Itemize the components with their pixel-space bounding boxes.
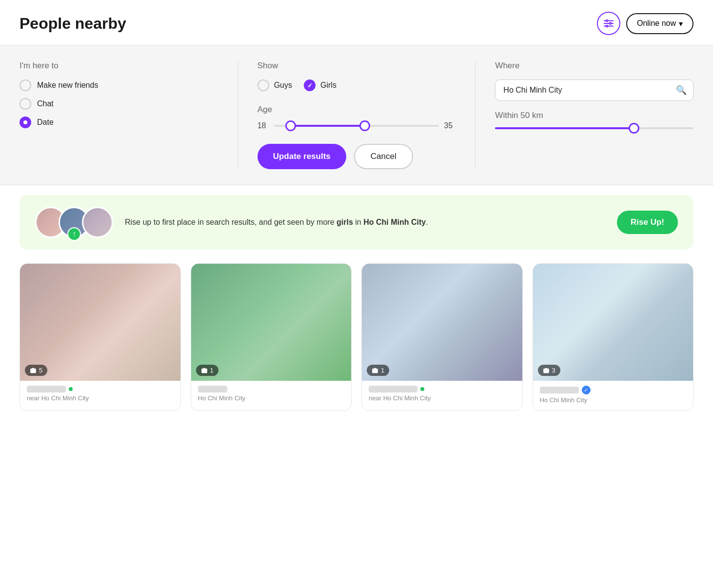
card-info-3: near Ho Chi Minh City <box>362 381 522 409</box>
avatar-3 <box>82 207 113 238</box>
cards-grid: 5 near Ho Chi Minh City 1 <box>20 263 693 411</box>
card-image-1: 5 <box>20 264 180 381</box>
age-slider-row: 18 35 <box>257 121 456 130</box>
banner-text-mid: in <box>353 218 363 226</box>
search-icon: 🔍 <box>676 85 687 96</box>
card-image-4: 3 <box>533 264 693 381</box>
banner-bold-girls: girls <box>337 218 353 226</box>
age-label: Age <box>257 105 456 115</box>
age-slider-thumb-max[interactable] <box>359 120 370 131</box>
card-photo-1 <box>20 264 180 381</box>
page-title: People nearby <box>20 15 126 33</box>
option-make-friends[interactable]: Make new friends <box>20 79 218 91</box>
profile-card-4[interactable]: 3 ✓ Ho Chi Minh City <box>533 263 694 411</box>
within-slider-row <box>495 127 693 129</box>
online-dot-1 <box>69 387 73 391</box>
photo-count-4: 3 <box>538 365 560 376</box>
option-girls-label: Girls <box>320 81 337 90</box>
photo-count-1: 5 <box>25 365 47 376</box>
action-buttons: Update results Cancel <box>257 144 456 169</box>
age-slider-fill <box>291 125 365 127</box>
rise-up-button[interactable]: Rise Up! <box>617 211 678 234</box>
card-location-2: Ho Chi Minh City <box>198 394 345 402</box>
banner-text-post: . <box>426 218 428 226</box>
within-slider-fill <box>495 127 634 129</box>
where-input[interactable] <box>495 79 693 101</box>
option-date[interactable]: Date <box>20 117 218 128</box>
camera-icon-4 <box>543 367 550 374</box>
option-guys-label: Guys <box>274 81 292 90</box>
age-slider-thumb-min[interactable] <box>285 120 296 131</box>
banner-text-pre: Rise up to first place in search results… <box>125 218 337 226</box>
age-max-value: 35 <box>444 121 456 130</box>
here-to-label: I'm here to <box>20 61 218 71</box>
card-name-blur-4 <box>540 387 579 393</box>
age-min-value: 18 <box>257 121 269 130</box>
card-name-row-1 <box>27 386 174 392</box>
photo-count-label-2: 1 <box>210 367 214 374</box>
profile-card-2[interactable]: 1 Ho Chi Minh City <box>191 263 352 411</box>
card-name-row-4: ✓ <box>540 386 687 394</box>
online-now-label: Online now <box>637 19 676 28</box>
card-location-3: near Ho Chi Minh City <box>369 394 515 402</box>
banner-text: Rise up to first place in search results… <box>125 216 605 228</box>
banner-avatars: ↑ <box>35 207 113 238</box>
card-name-row-2 <box>198 386 345 392</box>
radio-chat[interactable] <box>20 98 31 110</box>
within-slider-track[interactable] <box>495 127 693 129</box>
checkbox-guys[interactable] <box>257 79 269 91</box>
verified-icon-4: ✓ <box>582 386 591 394</box>
banner-bold-city: Ho Chi Minh City <box>363 218 426 226</box>
within-slider-thumb[interactable] <box>629 123 639 134</box>
card-name-row-3 <box>369 386 515 392</box>
where-label: Where <box>495 61 693 71</box>
update-results-button[interactable]: Update results <box>257 144 346 169</box>
rise-up-arrow-icon: ↑ <box>67 227 81 241</box>
filter-button[interactable] <box>597 12 620 35</box>
photo-count-label-1: 5 <box>39 367 42 374</box>
main-content: ↑ Rise up to first place in search resul… <box>0 185 713 421</box>
card-info-1: near Ho Chi Minh City <box>20 381 180 409</box>
where-section: Where 🔍 Within 50 km <box>495 61 693 169</box>
card-photo-2 <box>191 264 352 381</box>
photo-count-label-4: 3 <box>552 367 555 374</box>
card-photo-4 <box>533 264 693 381</box>
option-girls[interactable]: Girls <box>304 79 337 91</box>
chevron-down-icon: ▾ <box>679 19 683 28</box>
card-name-blur-2 <box>198 386 227 392</box>
option-chat-label: Chat <box>37 99 54 108</box>
where-input-wrapper: 🔍 <box>495 79 693 101</box>
camera-icon-2 <box>201 367 208 374</box>
option-make-friends-label: Make new friends <box>37 81 98 90</box>
online-now-button[interactable]: Online now ▾ <box>626 13 693 34</box>
within-label: Within 50 km <box>495 111 693 120</box>
card-image-2: 1 <box>191 264 352 381</box>
rise-up-banner: ↑ Rise up to first place in search resul… <box>20 195 693 250</box>
here-to-section: I'm here to Make new friends Chat Date <box>20 61 238 169</box>
show-options: Guys Girls <box>257 79 456 91</box>
checkbox-girls[interactable] <box>304 79 316 91</box>
card-location-1: near Ho Chi Minh City <box>27 394 174 402</box>
cancel-button[interactable]: Cancel <box>354 144 413 169</box>
photo-count-label-3: 1 <box>381 367 384 374</box>
card-info-2: Ho Chi Minh City <box>191 381 352 409</box>
option-date-label: Date <box>37 118 54 127</box>
age-slider-track[interactable] <box>274 125 439 127</box>
camera-icon-3 <box>372 367 378 374</box>
option-guys[interactable]: Guys <box>257 79 292 91</box>
camera-icon <box>30 367 37 374</box>
option-chat[interactable]: Chat <box>20 98 218 110</box>
filter-panel: I'm here to Make new friends Chat Date S… <box>0 45 713 185</box>
card-location-4: Ho Chi Minh City <box>540 396 687 404</box>
photo-count-3: 1 <box>367 365 389 376</box>
show-label: Show <box>257 61 456 71</box>
profile-card-3[interactable]: 1 near Ho Chi Minh City <box>361 263 523 411</box>
radio-make-friends[interactable] <box>20 79 31 91</box>
card-name-blur-1 <box>27 386 66 392</box>
here-to-options: Make new friends Chat Date <box>20 79 218 128</box>
card-image-3: 1 <box>362 264 522 381</box>
card-name-blur-3 <box>369 386 417 392</box>
profile-card-1[interactable]: 5 near Ho Chi Minh City <box>20 263 181 411</box>
radio-date[interactable] <box>20 117 31 128</box>
header: People nearby Online now ▾ <box>0 0 713 45</box>
